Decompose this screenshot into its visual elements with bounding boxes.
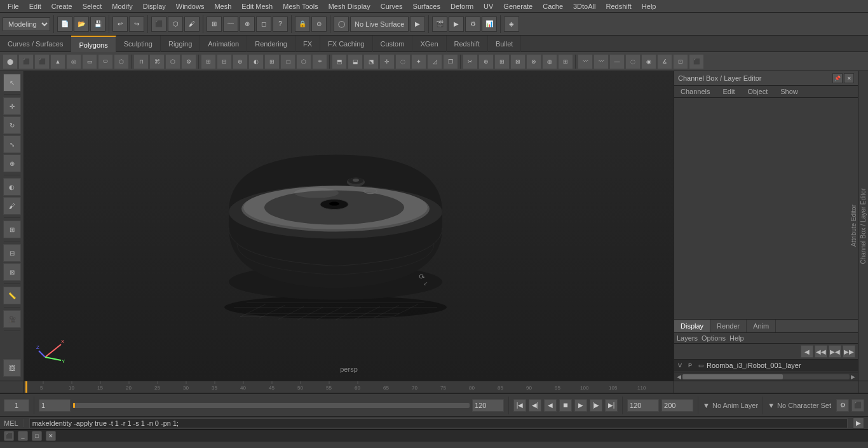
smooth-icon[interactable]: ◐ xyxy=(248,54,264,69)
anim-layer-dropdown[interactable]: ▼ xyxy=(703,402,710,409)
workspace-dropdown[interactable]: Modeling xyxy=(3,17,50,31)
new-file-button[interactable]: 📄 xyxy=(57,17,72,32)
plane-icon[interactable]: ▭ xyxy=(82,54,97,69)
tab-fx-caching[interactable]: FX Caching xyxy=(320,36,372,52)
tab-polygons[interactable]: Polygons xyxy=(71,36,116,52)
snap-together-button[interactable]: ⊟ xyxy=(3,244,21,262)
tab-rigging[interactable]: Rigging xyxy=(161,36,200,52)
paint-attrs-button[interactable]: 🖌 xyxy=(3,197,21,215)
menu-display[interactable]: Display xyxy=(138,0,171,13)
select-mode-button[interactable]: ⬛ xyxy=(151,17,166,32)
layer-option-options[interactable]: Options xyxy=(702,334,726,342)
anim-settings-button[interactable]: ⚙ xyxy=(836,399,849,412)
collapse-icon[interactable]: ⊠ xyxy=(510,54,526,69)
show-manip-button[interactable]: ⊞ xyxy=(3,221,21,238)
menu-mesh-tools[interactable]: Mesh Tools xyxy=(278,0,323,13)
connect-icon[interactable]: ✛ xyxy=(379,54,395,69)
live-surface-circle[interactable]: ◯ xyxy=(334,17,349,32)
play-back-button[interactable]: ◀ xyxy=(544,399,557,412)
snap-grid-button[interactable]: ⊞ xyxy=(207,17,222,32)
menu-3dtoall[interactable]: 3DtoAll xyxy=(568,0,600,13)
tab-xgen[interactable]: XGen xyxy=(412,36,446,52)
vtab-attribute-editor[interactable]: Attribute Editor xyxy=(849,201,858,250)
tab-animation[interactable]: Animation xyxy=(200,36,247,52)
step-forward-button[interactable]: |▶ xyxy=(590,399,602,412)
layer-option-layers[interactable]: Layers xyxy=(677,334,698,342)
torus-icon[interactable]: ◎ xyxy=(66,54,81,69)
playbar-options-button[interactable]: ⬛ xyxy=(851,399,864,412)
render-options-button[interactable]: 📊 xyxy=(482,17,497,32)
assign-crease-icon[interactable]: 〰 xyxy=(593,54,609,69)
tab-custom[interactable]: Custom xyxy=(373,36,413,52)
bridge-icon[interactable]: ⬓ xyxy=(348,54,363,69)
live-surface-arrow[interactable]: ▶ xyxy=(410,17,425,32)
menu-create[interactable]: Create xyxy=(46,0,78,13)
helix-icon[interactable]: ⌘ xyxy=(149,54,165,69)
menu-windows[interactable]: Windows xyxy=(171,0,210,13)
command-input[interactable] xyxy=(29,418,848,428)
cube-icon[interactable]: ⬛ xyxy=(18,54,34,69)
insert-loop-icon[interactable]: ⊕ xyxy=(478,54,494,69)
mirror-icon[interactable]: ⫩ xyxy=(312,54,327,69)
menu-uv[interactable]: UV xyxy=(478,0,498,13)
fill-hole-icon[interactable]: ◍ xyxy=(542,54,557,69)
char-set-dropdown[interactable]: ▼ xyxy=(768,402,775,409)
uv-layout-icon[interactable]: ⊡ xyxy=(673,54,688,69)
duplicate-icon[interactable]: ❐ xyxy=(443,54,458,69)
close-taskbar-button[interactable]: ✕ xyxy=(46,431,56,441)
retopo-icon[interactable]: ⬡ xyxy=(296,54,311,69)
soften-icon[interactable]: ◌ xyxy=(625,54,641,69)
camera-tools-button[interactable]: 🎥 xyxy=(3,310,21,328)
menu-select[interactable]: Select xyxy=(78,0,107,13)
lasso-select-button[interactable]: ⬡ xyxy=(168,17,183,32)
render-settings-button[interactable]: ⚙ xyxy=(465,17,480,32)
window-icon[interactable]: ⬛ xyxy=(4,431,14,441)
lock-button[interactable]: 🔒 xyxy=(295,17,310,32)
ipr-render-button[interactable]: ▶ xyxy=(449,17,464,32)
right-panel-scrollbar[interactable]: ◀ ▶ xyxy=(674,372,858,381)
center-button[interactable]: ⊙ xyxy=(311,17,327,32)
layer-row[interactable]: V P ▭ Roomba_i3_iRobot_001_layer xyxy=(674,360,858,372)
menu-cache[interactable]: Cache xyxy=(538,0,568,13)
harden-icon[interactable]: ◉ xyxy=(641,54,656,69)
select-tool-button[interactable]: ↖ xyxy=(3,74,21,92)
scroll-right-button[interactable]: ▶ xyxy=(850,374,857,380)
tab-object[interactable]: Object xyxy=(741,86,774,97)
menu-help[interactable]: Help xyxy=(637,0,661,13)
menu-mesh-display[interactable]: Mesh Display xyxy=(323,0,376,13)
anim-start-input[interactable] xyxy=(627,399,659,412)
move-tool-button[interactable]: ✛ xyxy=(3,97,21,115)
layer-new-button[interactable]: ▶◀ xyxy=(829,345,841,358)
extra-button-1[interactable]: ◈ xyxy=(504,17,519,32)
combine-icon[interactable]: ⊞ xyxy=(201,54,216,69)
menu-file[interactable]: File xyxy=(3,0,24,13)
current-frame-input[interactable] xyxy=(4,399,29,412)
rotate-tool-button[interactable]: ↻ xyxy=(3,116,21,134)
measure-button[interactable]: 📏 xyxy=(3,287,21,304)
tab-channels[interactable]: Channels xyxy=(674,86,716,97)
anim-end-input[interactable] xyxy=(661,399,693,412)
circularize-icon[interactable]: ◌ xyxy=(395,54,410,69)
channel-box-pin-button[interactable]: 📌 xyxy=(832,73,843,83)
step-back-button[interactable]: ◀| xyxy=(529,399,541,412)
remesh-icon[interactable]: ⊞ xyxy=(264,54,280,69)
tab-curves-surfaces[interactable]: Curves / Surfaces xyxy=(0,36,71,52)
sphere-icon[interactable]: ⬤ xyxy=(3,54,18,69)
append-icon[interactable]: ⊞ xyxy=(558,54,573,69)
cone-icon[interactable]: ▲ xyxy=(50,54,65,69)
align-button[interactable]: ⊠ xyxy=(3,263,21,281)
vtab-channel-box[interactable]: Channel Box / Layer Editor xyxy=(858,184,868,268)
go-start-button[interactable]: |◀ xyxy=(513,399,526,412)
platonic-icon[interactable]: ⬡ xyxy=(114,54,129,69)
snap-view-button[interactable]: ◻ xyxy=(256,17,271,32)
save-file-button[interactable]: 💾 xyxy=(90,17,105,32)
wedge-icon[interactable]: ◿ xyxy=(427,54,442,69)
universal-manip-button[interactable]: ⊕ xyxy=(3,154,21,172)
gear-icon[interactable]: ⚙ xyxy=(181,54,196,69)
playrange-slider[interactable] xyxy=(73,403,470,408)
cylinder-icon[interactable]: ⬛ xyxy=(34,54,50,69)
extrude-icon[interactable]: ⬒ xyxy=(332,54,347,69)
boolean-icon[interactable]: ⊕ xyxy=(233,54,248,69)
script-mode-label[interactable]: MEL xyxy=(4,419,24,427)
tab-sculpting[interactable]: Sculpting xyxy=(116,36,161,52)
